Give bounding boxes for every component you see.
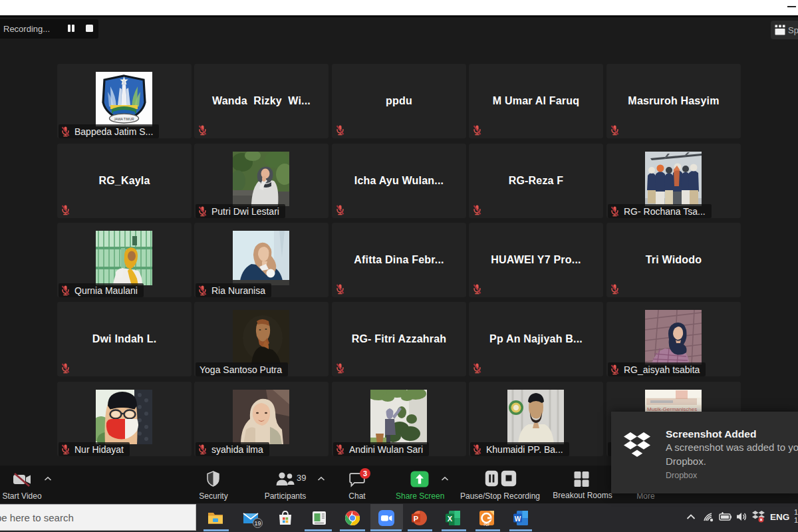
svg-text:P: P bbox=[414, 515, 418, 523]
svg-text:X: X bbox=[448, 515, 453, 523]
svg-text:W: W bbox=[515, 515, 521, 523]
svg-text:PDF: PDF bbox=[484, 523, 490, 527]
svg-text:JAWA TIMUR: JAWA TIMUR bbox=[114, 117, 134, 121]
